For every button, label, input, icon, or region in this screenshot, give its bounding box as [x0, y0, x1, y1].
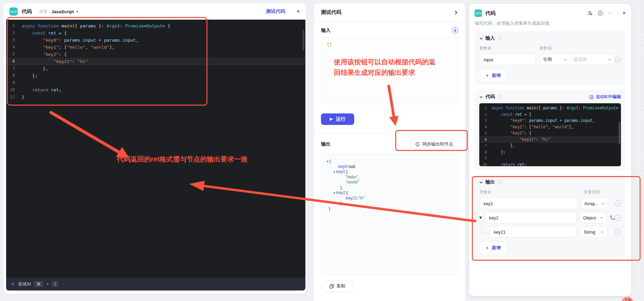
run-button[interactable]: 运行	[321, 113, 354, 125]
editor-ai-bar[interactable]: ✳ 尝试AI ⌘ + I	[6, 278, 305, 291]
code-line[interactable]: 3 "key0": params.input + params.input,	[6, 37, 305, 44]
more-icon[interactable]: ⋯	[608, 10, 613, 16]
code-config-card: 代码 i 在IDE中编辑 1async function main({ para…	[475, 90, 626, 170]
test-output-viewer[interactable]: ▾{key0:null,▾key1:["hello","world"],▾key…	[321, 154, 458, 275]
code-line[interactable]: 3 "key0": params.input + params.input,	[479, 117, 621, 124]
code-line[interactable]: 7 },	[6, 65, 305, 72]
sync-output-button[interactable]: 同步输出到节点	[410, 139, 458, 150]
remove-param-icon[interactable]: −	[615, 57, 621, 63]
code-editor[interactable]: 1async function main({ params }: Args): …	[6, 20, 305, 278]
output-json-line: ▾key1:[	[327, 169, 452, 175]
code-line[interactable]: 1async function main({ params }: Args): …	[479, 105, 621, 111]
close-icon[interactable]: ×	[297, 8, 300, 15]
code-editor-panel: </> 代码 语言 JavaScript ▼ 测试代码 × 1async fun…	[3, 3, 306, 294]
code-line[interactable]: 4 "key1": ["hello", "world"],	[6, 44, 305, 51]
info-icon: i	[497, 36, 502, 41]
output-json-line: ],	[327, 185, 452, 191]
refresh-icon	[415, 142, 420, 147]
language-select[interactable]: JavaScript ▼	[52, 9, 79, 14]
code-line[interactable]: 6 "key21": "hi"	[479, 136, 621, 143]
code-line[interactable]: 6 "key21": "hi"	[6, 58, 305, 65]
mini-editor-scrollbar[interactable]	[619, 122, 620, 144]
code-line[interactable]: 5 "key2": {	[479, 130, 621, 136]
code-line[interactable]: 2 const ret = {	[6, 29, 305, 37]
cmd-key-badge: ⌘	[34, 281, 43, 287]
var-name-input[interactable]	[489, 226, 577, 238]
output-json-line: }	[327, 201, 452, 206]
var-name-input[interactable]	[485, 212, 577, 223]
code-line[interactable]: 11}	[6, 93, 305, 101]
copy-button[interactable]: 复制	[321, 280, 354, 292]
info-icon: i	[497, 180, 502, 185]
caret-down-icon: ▼	[76, 10, 79, 13]
collapse-chevron-icon[interactable]	[454, 10, 458, 15]
chevron-down-icon[interactable]	[479, 37, 483, 40]
var-name-input[interactable]	[479, 198, 578, 209]
edit-icon	[589, 95, 594, 99]
panel-title: 代码	[22, 8, 32, 15]
output-json-line: }	[327, 206, 452, 212]
param-source-select[interactable]: 引用	[540, 54, 570, 65]
close-icon[interactable]: ×	[623, 10, 626, 16]
output-json-line: key21:"hi"	[327, 196, 452, 201]
chevron-down-icon	[608, 58, 611, 61]
info-icon: i	[497, 94, 502, 99]
tree-connector	[482, 221, 487, 233]
code-line[interactable]: 9	[479, 155, 621, 162]
code-line[interactable]: 10 return ret;	[6, 86, 305, 93]
code-line[interactable]: 8 };	[479, 149, 621, 155]
code-line[interactable]: 2 const ret = {	[479, 111, 621, 118]
var-type-select[interactable]: String	[580, 226, 607, 238]
output-var-row: Object −	[479, 212, 621, 223]
test-input-editor[interactable]: {}	[321, 38, 458, 104]
config-panel-subtitle: 编写代码，处理输入变量来生成返回值	[475, 20, 626, 26]
output-var-row: Array... −	[479, 198, 621, 209]
remove-var-icon[interactable]: −	[615, 200, 621, 207]
assistant-mascot[interactable]	[622, 297, 633, 301]
code-line[interactable]: 10 return ret;	[479, 162, 621, 167]
test-code-panel: 测试代码 输入 A {} 运行 输出 同步输出到节点 ▾{key0:null,▾…	[314, 3, 465, 301]
code-line[interactable]: 5 "key2": {	[6, 51, 305, 58]
code-line[interactable]: 4 "key1": ["hello", "world"],	[479, 124, 621, 130]
editor-scrollbar[interactable]	[302, 30, 304, 51]
add-param-button[interactable]: ＋ 新增	[479, 70, 506, 81]
test-panel-header: 测试代码	[314, 3, 465, 22]
i-key-badge: I	[52, 281, 58, 287]
add-child-field-icon[interactable]	[610, 215, 615, 220]
output-json-line: "hello",	[327, 175, 452, 180]
ai-sparkle-icon: ✳	[11, 281, 15, 287]
mini-code-editor[interactable]: 1async function main({ params }: Args): …	[479, 103, 621, 166]
panel-resize-handle[interactable]	[642, 0, 642, 301]
code-node-icon: </>	[475, 9, 482, 17]
chevron-down-icon	[600, 216, 603, 219]
auto-generate-icon[interactable]: A	[452, 27, 458, 34]
var-type-select[interactable]: Array...	[581, 198, 608, 209]
try-ai-label: 尝试AI	[18, 281, 31, 287]
remove-var-icon[interactable]: −	[615, 215, 621, 221]
run-node-icon[interactable]	[598, 10, 603, 16]
remove-var-icon[interactable]: −	[615, 229, 621, 235]
param-name-input[interactable]	[479, 54, 536, 65]
var-type-select[interactable]: Object	[580, 212, 607, 223]
code-line[interactable]: 9	[6, 79, 305, 86]
edit-in-ide-link[interactable]: 在IDE中编辑	[589, 94, 621, 100]
input-config-card: 输入 i 参数名 参数值 引用 请选择 − ＋ 新增	[475, 31, 626, 85]
add-var-button[interactable]: ＋ 新增	[479, 242, 506, 253]
output-json-line: ▾{	[327, 159, 452, 164]
param-value-select[interactable]: 请选择	[570, 54, 615, 65]
language-label: 语言	[39, 9, 47, 15]
code-line[interactable]: 7 },	[479, 143, 621, 149]
code-line[interactable]: 8 };	[6, 72, 305, 79]
test-code-link[interactable]: 测试代码	[266, 8, 285, 15]
chevron-down-icon[interactable]	[479, 95, 483, 99]
play-icon	[330, 117, 333, 121]
chevron-down-icon[interactable]	[479, 180, 483, 184]
disable-test-icon[interactable]	[587, 10, 593, 16]
config-panel-title: 代码	[485, 10, 584, 17]
output-var-child-row: String −	[479, 226, 621, 238]
code-line[interactable]: 1async function main({ params }: Args): …	[6, 22, 305, 29]
node-config-panel: </> 代码 ⋯ × 编写代码，处理输入变量来生成返回值 输入 i 参数名 参数…	[469, 4, 631, 296]
chevron-down-icon	[564, 58, 567, 61]
expand-triangle-icon[interactable]	[479, 217, 482, 219]
chevron-down-icon	[601, 202, 605, 205]
